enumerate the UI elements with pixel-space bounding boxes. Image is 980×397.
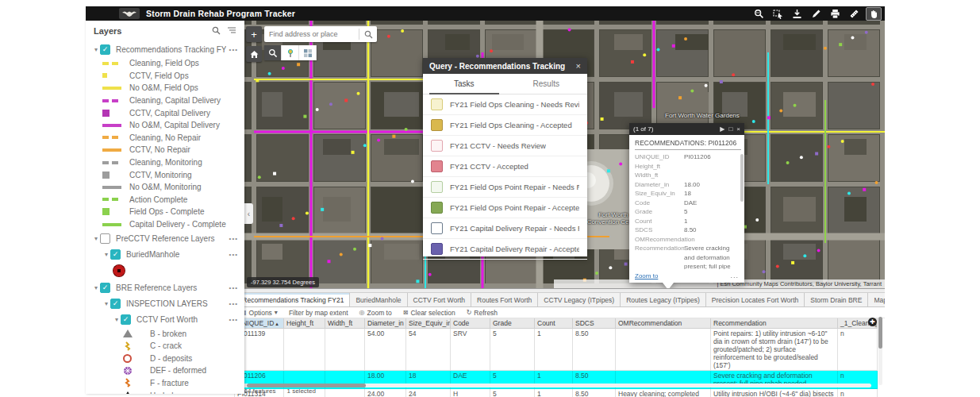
layer-checkbox[interactable]: ✓: [100, 44, 110, 55]
download-icon[interactable]: [790, 8, 804, 20]
layer-checkbox[interactable]: ✓: [110, 299, 121, 309]
popup-next-icon[interactable]: ▶: [720, 125, 724, 133]
chevron-down-icon[interactable]: ▾: [92, 235, 100, 242]
table-row[interactable]: PI01131424.0024H518.50Heavy cleaning; co…: [235, 389, 878, 397]
measure-icon[interactable]: [847, 8, 861, 20]
zoom-in-button[interactable]: +: [246, 26, 262, 42]
table-tab[interactable]: CCTV Fort Worth: [408, 293, 472, 306]
query-task-item[interactable]: FY21 Capital Delivery Repair - Needs Rev…: [423, 218, 587, 239]
table-tab[interactable]: Recommendations Tracking FY21: [236, 293, 350, 306]
table-tab[interactable]: Storm Drain BRE: [805, 293, 868, 306]
legend-item: C - crack: [86, 340, 244, 353]
table-cell: 24.00: [365, 389, 406, 397]
table-tab[interactable]: Routes Fort Worth: [471, 293, 538, 306]
layer-group-precctv-reference-layers[interactable]: ▾PreCCTV Reference Layers•••: [86, 230, 244, 246]
query-task-item[interactable]: FY21 Field Ops Point Repair - Accepted: [423, 198, 587, 218]
column-header-code[interactable]: Code: [451, 318, 490, 329]
layers-filter-icon[interactable]: [227, 26, 236, 36]
layer-menu-icon[interactable]: •••: [229, 284, 238, 291]
legend-label: DEF - deformed: [150, 366, 238, 375]
layer-checkbox[interactable]: [100, 233, 110, 244]
column-header-sdcs[interactable]: SDCS: [573, 318, 616, 329]
table-row[interactable]: PI01113954.0054SRV518.50Point repairs: 1…: [235, 329, 878, 371]
layers-search-icon[interactable]: [212, 26, 221, 37]
column-header-recommendation[interactable]: Recommendation: [711, 318, 838, 329]
column-header-omrecommendation[interactable]: OMRecommendation: [616, 318, 711, 329]
popup-field-value: 8.50: [684, 225, 741, 235]
popup-field-label: Grade: [635, 207, 684, 217]
layer-group-bre-reference-layers[interactable]: ▾✓BRE Reference Layers•••: [86, 279, 244, 295]
layer-menu-icon[interactable]: •••: [229, 46, 238, 53]
query-tab-results[interactable]: Results: [505, 74, 588, 94]
layer-menu-icon[interactable]: •••: [229, 235, 238, 242]
clear-icon: ⊠: [403, 309, 409, 316]
legend-label: B - broken: [150, 330, 238, 338]
chevron-down-icon[interactable]: ▾: [102, 300, 110, 307]
panel-collapse-arrow[interactable]: ‹: [244, 203, 253, 224]
popup-dock-icon[interactable]: □: [728, 125, 732, 133]
column-header-diameter_in[interactable]: Diameter_in: [365, 318, 406, 329]
query-close-icon[interactable]: ×: [576, 61, 581, 71]
layer-group-inspection-layers[interactable]: ▾✓INSPECTION LAYERS•••: [86, 295, 244, 311]
query-tool-icon[interactable]: [751, 8, 766, 20]
layer-group-cctv-fort-worth[interactable]: ▾✓CCTV Fort Worth•••: [86, 311, 244, 327]
search-icon[interactable]: [359, 30, 377, 39]
chevron-down-icon[interactable]: ▾: [113, 316, 121, 323]
popup-field-row: CodeDAE: [635, 198, 741, 208]
table-vertical-scrollbar[interactable]: [878, 317, 882, 385]
clear-selection-button[interactable]: ⊠Clear selection: [403, 309, 455, 317]
layer-group-recommendations-tracking-fy21[interactable]: ▾✓Recommendations Tracking FY21•••: [86, 41, 244, 57]
query-task-item[interactable]: FY21 Capital Delivery Repair - Accepted: [423, 239, 587, 260]
measure-widget-icon[interactable]: [282, 45, 299, 60]
query-task-item[interactable]: FY21 Field Ops Cleaning - Accepted: [423, 115, 587, 136]
query-tab-tasks[interactable]: Tasks: [423, 74, 505, 94]
popup-scrollbar[interactable]: [740, 154, 744, 202]
home-button[interactable]: [246, 46, 262, 62]
column-header-count[interactable]: Count: [535, 318, 573, 329]
table-tab[interactable]: Mapshed BRE: [868, 293, 885, 306]
filter-by-extent-button[interactable]: Filter by map extent: [289, 309, 348, 317]
query-task-item[interactable]: FY21 Field Ops Cleaning - Needs Review: [423, 94, 587, 115]
edit-icon[interactable]: [809, 8, 823, 20]
layer-checkbox[interactable]: ✓: [110, 249, 121, 260]
table-tab[interactable]: Precision Locates Fort Worth: [706, 293, 805, 306]
zoom-to-button[interactable]: ◎Zoom to: [359, 309, 392, 317]
popup-more-icon[interactable]: ...: [730, 272, 739, 279]
table-tab[interactable]: Routes Legacy (ITpipes): [621, 293, 706, 306]
basemap-gallery-icon[interactable]: [299, 45, 317, 60]
query-task-item[interactable]: FY21 CCTV - Needs Review: [423, 136, 587, 156]
search-input[interactable]: [264, 30, 359, 38]
layer-group-buriedmanhole[interactable]: ▾✓BuriedManhole•••: [86, 246, 244, 262]
table-tab[interactable]: CCTV Legacy (ITpipes): [538, 293, 621, 306]
layer-label: CCTV Fort Worth: [136, 315, 226, 324]
table-tab[interactable]: BuriedManhole: [350, 293, 407, 306]
column-header-grade[interactable]: Grade: [490, 318, 535, 329]
select-tool-icon[interactable]: [771, 8, 785, 20]
query-task-item[interactable]: FY21 CCTV - Accepted: [423, 156, 587, 177]
query-task-item[interactable]: FY21 Field Ops Point Repair - Needs Revi…: [423, 177, 587, 198]
table-horizontal-scrollbar[interactable]: [240, 384, 871, 387]
chevron-down-icon[interactable]: ▾: [92, 284, 100, 291]
column-settings-icon[interactable]: ✚: [868, 318, 877, 326]
layer-checkbox[interactable]: ✓: [121, 314, 131, 325]
refresh-button[interactable]: ↻Refresh: [467, 309, 498, 317]
layer-menu-icon[interactable]: •••: [229, 251, 238, 258]
layer-label: BuriedManhole: [126, 250, 226, 259]
legend-label: CCTV, No Repair: [129, 145, 238, 154]
popup-close-icon[interactable]: ×: [736, 125, 740, 133]
popup-field-row: Height_ft: [635, 162, 741, 172]
column-header-size_equiv_in[interactable]: Size_Equiv_in: [406, 318, 451, 329]
layer-checkbox[interactable]: ✓: [100, 283, 110, 293]
options-button[interactable]: ▦Options▾: [240, 309, 278, 317]
chevron-down-icon[interactable]: ▾: [92, 46, 100, 53]
layer-menu-icon[interactable]: •••: [229, 300, 238, 307]
query-widget-icon[interactable]: [264, 45, 282, 60]
print-icon[interactable]: [828, 8, 842, 20]
pan-icon[interactable]: [866, 7, 882, 21]
column-header-width_ft[interactable]: Width_ft: [325, 318, 365, 329]
map-canvas[interactable]: Fort Worth Convention Center Fort Worth …: [244, 21, 885, 288]
popup-zoom-to-link[interactable]: Zoom to: [635, 272, 730, 279]
column-header-height_ft[interactable]: Height_ft: [284, 318, 325, 329]
chevron-down-icon[interactable]: ▾: [102, 251, 110, 258]
layer-menu-icon[interactable]: •••: [229, 316, 238, 323]
